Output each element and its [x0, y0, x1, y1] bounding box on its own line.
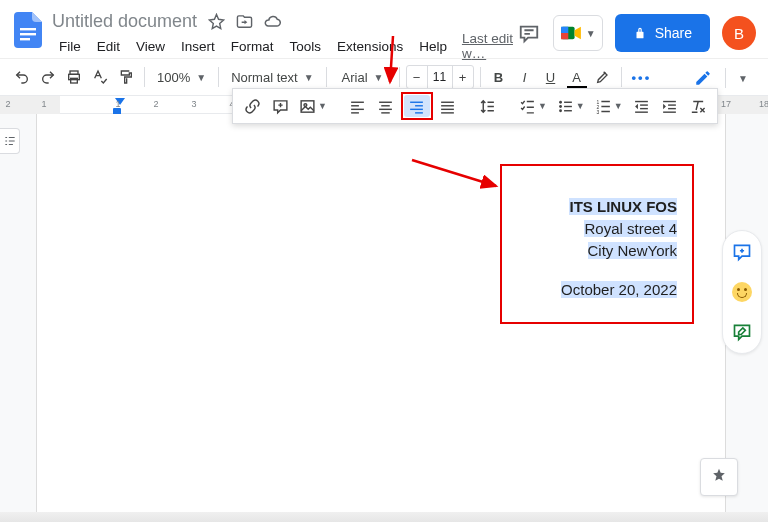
decrease-indent-icon[interactable]: [629, 92, 655, 120]
text-line-1: ITS LINUX FOS: [569, 198, 677, 215]
font-size-control[interactable]: − 11 +: [406, 65, 474, 89]
scrollbar-track: [0, 512, 768, 522]
increase-indent-icon[interactable]: [657, 92, 683, 120]
toolbar-separator: [399, 67, 400, 87]
svg-rect-42: [668, 107, 676, 108]
cloud-status-icon[interactable]: [263, 12, 281, 30]
svg-rect-31: [564, 105, 572, 106]
align-right-icon[interactable]: [404, 95, 430, 117]
document-title[interactable]: Untitled document: [52, 11, 197, 32]
floating-toolbar: ▼ ▼ ▼ 123▼: [232, 88, 718, 124]
menu-file[interactable]: File: [52, 37, 88, 56]
menu-format[interactable]: Format: [224, 37, 281, 56]
svg-point-28: [559, 105, 562, 108]
meet-button[interactable]: ▼: [553, 15, 603, 51]
add-comment-icon[interactable]: [731, 241, 753, 263]
chevron-down-icon: ▼: [734, 73, 752, 84]
outline-toggle-icon[interactable]: [0, 128, 20, 154]
toolbar-separator: [326, 67, 327, 87]
suggest-edits-icon[interactable]: [731, 321, 753, 343]
align-justify-icon[interactable]: [435, 92, 461, 120]
numbered-list-icon[interactable]: 123▼: [591, 92, 627, 120]
menu-extensions[interactable]: Extensions: [330, 37, 410, 56]
svg-text:1: 1: [596, 99, 599, 104]
spellcheck-icon[interactable]: [88, 64, 112, 90]
account-avatar[interactable]: B: [722, 16, 756, 50]
document-text[interactable]: ITS LINUX FOS Royal street 4 City NewYor…: [561, 196, 677, 301]
menu-edit[interactable]: Edit: [90, 37, 127, 56]
share-button[interactable]: Share: [615, 14, 710, 52]
svg-rect-14: [352, 112, 360, 113]
svg-text:3: 3: [596, 109, 599, 114]
text-line-4: October 20, 2022: [561, 281, 677, 298]
add-comment-icon[interactable]: [267, 92, 293, 120]
explore-button[interactable]: [700, 458, 738, 496]
pencil-icon: [689, 66, 717, 90]
svg-rect-12: [352, 105, 360, 106]
svg-rect-16: [382, 105, 391, 106]
styles-select[interactable]: Normal text▼: [225, 64, 319, 90]
docs-logo[interactable]: [10, 12, 46, 48]
svg-rect-1: [20, 33, 36, 35]
menu-bar: File Edit View Insert Format Tools Exten…: [52, 34, 517, 58]
svg-rect-30: [564, 101, 572, 102]
highlight-color-button[interactable]: [591, 64, 615, 90]
insert-link-icon[interactable]: [239, 92, 265, 120]
svg-rect-21: [411, 108, 424, 109]
font-select[interactable]: Arial▼: [333, 64, 393, 90]
menu-view[interactable]: View: [129, 37, 172, 56]
text-color-button[interactable]: A: [565, 64, 589, 90]
toolbar-separator: [144, 67, 145, 87]
svg-rect-36: [635, 100, 648, 101]
insert-image-icon[interactable]: ▼: [295, 92, 331, 120]
zoom-select[interactable]: 100%▼: [151, 64, 212, 90]
svg-point-29: [559, 109, 562, 112]
paint-format-icon[interactable]: [114, 64, 138, 90]
svg-rect-43: [663, 111, 676, 112]
open-comments-icon[interactable]: [517, 21, 541, 45]
text-line-3: City NewYork: [588, 242, 677, 259]
font-size-value[interactable]: 11: [427, 66, 453, 88]
svg-point-27: [559, 100, 562, 103]
svg-text:2: 2: [596, 104, 599, 109]
more-tools-button[interactable]: •••: [628, 64, 656, 90]
print-icon[interactable]: [62, 64, 86, 90]
emoji-reaction-icon[interactable]: [731, 281, 753, 303]
svg-rect-9: [301, 100, 314, 111]
toolbar-separator: [480, 67, 481, 87]
svg-rect-26: [442, 112, 455, 113]
clear-formatting-icon[interactable]: [685, 92, 711, 120]
bold-button[interactable]: B: [487, 64, 511, 90]
move-icon[interactable]: [235, 12, 253, 30]
svg-rect-25: [442, 108, 455, 109]
page[interactable]: ITS LINUX FOS Royal street 4 City NewYor…: [36, 114, 726, 512]
editing-mode-button[interactable]: ▼: [689, 66, 752, 90]
font-size-increase[interactable]: +: [453, 70, 473, 85]
toolbar-separator: [621, 67, 622, 87]
menu-help[interactable]: Help: [412, 37, 454, 56]
svg-rect-38: [640, 107, 648, 108]
italic-button[interactable]: I: [513, 64, 537, 90]
align-center-icon[interactable]: [373, 92, 399, 120]
svg-rect-40: [663, 100, 676, 101]
svg-rect-32: [564, 110, 572, 111]
last-edit-link[interactable]: Last edit w…: [462, 31, 517, 61]
line-spacing-icon[interactable]: [475, 92, 501, 120]
bulleted-list-icon[interactable]: ▼: [553, 92, 589, 120]
checklist-icon[interactable]: ▼: [515, 92, 551, 120]
align-left-icon[interactable]: [345, 92, 371, 120]
redo-icon[interactable]: [36, 64, 60, 90]
svg-rect-15: [380, 101, 393, 102]
svg-rect-11: [352, 101, 365, 102]
svg-rect-22: [416, 112, 424, 113]
toolbar-separator: [218, 67, 219, 87]
undo-icon[interactable]: [10, 64, 34, 90]
svg-rect-20: [416, 105, 424, 106]
svg-rect-13: [352, 108, 365, 109]
font-size-decrease[interactable]: −: [407, 70, 427, 85]
menu-insert[interactable]: Insert: [174, 37, 222, 56]
underline-button[interactable]: U: [539, 64, 563, 90]
menu-tools[interactable]: Tools: [283, 37, 329, 56]
star-icon[interactable]: [207, 12, 225, 30]
svg-rect-39: [635, 111, 648, 112]
